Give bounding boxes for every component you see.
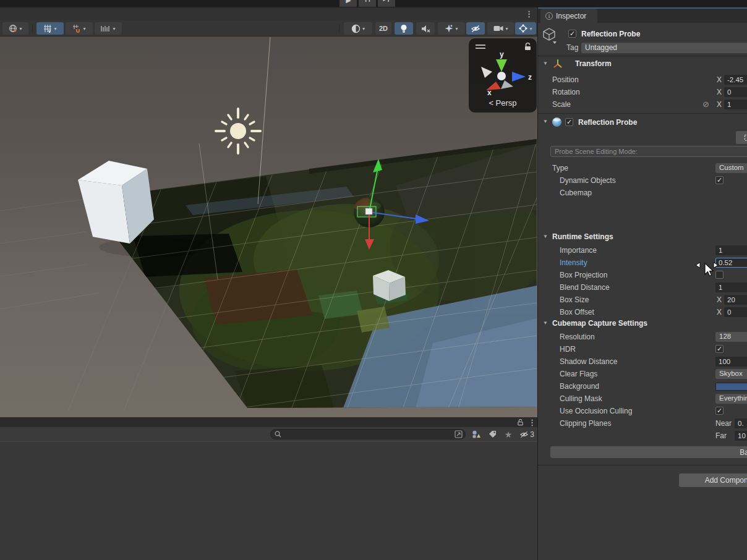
snap-increment-button[interactable]: ▾	[95, 22, 122, 35]
axis-y-cone[interactable]	[496, 59, 507, 72]
box-projection-label: Box Projection	[560, 271, 607, 279]
shadow-distance-field[interactable]: 100	[715, 357, 747, 367]
scene-orientation-gizmo[interactable]: y z x < Persp	[469, 38, 537, 112]
runtime-settings-title[interactable]: Runtime Settings	[552, 232, 613, 241]
2d-toggle-button[interactable]: 2D	[375, 22, 391, 35]
inspector-panel: i Inspector ✓ Reflection Probe Tag Untag…	[538, 7, 747, 560]
capture-settings-foldout[interactable]: ▼	[543, 320, 548, 326]
projection-mode-label[interactable]: < Persp	[469, 98, 537, 108]
scene-3d-render	[0, 7, 538, 417]
project-content-area[interactable]	[0, 441, 538, 560]
camera-settings-button[interactable]: ▾	[487, 22, 514, 35]
edit-bounds-icon	[744, 134, 747, 142]
filter-by-label-button[interactable]	[485, 429, 500, 439]
audio-mute-toggle[interactable]	[416, 22, 435, 35]
probe-enabled-checkbox[interactable]: ✓	[565, 118, 573, 126]
dynamic-objects-row: Dynamic Objects ✓	[538, 174, 747, 187]
tag-dropdown[interactable]: Untagged	[581, 43, 747, 53]
box-size-x-field[interactable]: 20	[724, 295, 747, 305]
axis-z-cone[interactable]	[512, 72, 526, 82]
chevron-down-icon: ▾	[362, 26, 365, 32]
filter-by-type-button[interactable]	[469, 429, 484, 439]
unlink-scale-icon[interactable]: ⊘	[702, 100, 709, 109]
scene-visibility-toggle[interactable]	[466, 22, 485, 35]
importance-field[interactable]: 1	[715, 245, 747, 255]
background-color-swatch[interactable]	[715, 383, 747, 391]
shaded-mode-icon	[351, 24, 361, 33]
hdr-checkbox[interactable]: ✓	[715, 345, 724, 353]
grid-axis-button[interactable]: y ▾	[36, 22, 64, 35]
gameobject-cube-icon[interactable]	[543, 28, 558, 44]
lock-open-icon[interactable]	[517, 419, 524, 426]
axis-gizmo[interactable]: y z x	[469, 49, 537, 95]
resolution-dropdown[interactable]: 128	[715, 332, 747, 342]
clear-flags-label: Clear Flags	[560, 370, 597, 378]
step-button[interactable]: ▶❙	[378, 0, 395, 7]
bake-button[interactable]: Bake	[550, 446, 747, 458]
chevron-down-icon: ▾	[505, 26, 508, 32]
clipping-planes-near-row: Clipping Planes Near 0.	[538, 417, 747, 430]
ruler-icon	[101, 25, 111, 33]
scale-x-field[interactable]: 1	[724, 100, 747, 109]
add-component-button[interactable]: Add Component	[679, 473, 747, 487]
transform-position-row: Position X -2.45	[538, 74, 747, 86]
blend-distance-field[interactable]: 1	[715, 282, 747, 292]
position-x-field[interactable]: -2.45	[724, 75, 747, 85]
gizmos-toggle-button[interactable]: ▾	[515, 22, 536, 35]
tool-handle-position-button[interactable]: ▾	[2, 22, 28, 35]
transform-icon	[553, 59, 563, 69]
panel-divider[interactable]	[537, 0, 538, 560]
edit-bounds-button[interactable]	[736, 131, 747, 144]
type-dropdown[interactable]: Custom	[715, 163, 747, 173]
draw-mode-button[interactable]: ▾	[344, 22, 372, 35]
mouse-cursor-slider	[695, 260, 719, 277]
capture-settings-title[interactable]: Cubemap Capture Settings	[552, 319, 647, 328]
effects-button[interactable]: ▾	[438, 22, 465, 35]
search-field[interactable]	[270, 429, 466, 439]
move-gizmo-center-handle	[365, 208, 372, 214]
project-menu-icon[interactable]: ⋮	[528, 418, 536, 426]
runtime-settings-foldout[interactable]: ▼	[543, 234, 548, 239]
far-field[interactable]: 10	[735, 431, 747, 441]
transform-foldout[interactable]: ▼	[543, 61, 548, 66]
axis-neg-cone[interactable]	[481, 67, 492, 78]
shadow-distance-row: Shadow Distance 100	[538, 355, 747, 368]
play-button[interactable]: ▶	[339, 0, 357, 7]
scene-view[interactable]: ⋮ ▾ y ▾ ▾ ▾ ▾	[0, 7, 538, 417]
2d-label: 2D	[379, 25, 388, 32]
gameobject-name[interactable]: Reflection Probe	[581, 30, 640, 38]
transform-scale-row: Scale ⊘ X 1	[538, 98, 747, 111]
culling-mask-dropdown[interactable]: Everything	[715, 394, 747, 404]
rotation-x-field[interactable]: 0	[724, 87, 747, 97]
scene-menu-icon[interactable]: ⋮	[525, 10, 533, 18]
svg-text:y: y	[48, 29, 51, 33]
near-field[interactable]: 0.	[735, 418, 747, 428]
search-input[interactable]	[281, 431, 455, 438]
far-label: Far	[715, 431, 727, 440]
tag-icon	[489, 430, 497, 438]
dynamic-objects-checkbox[interactable]: ✓	[715, 176, 724, 184]
clear-flags-dropdown[interactable]: Skybox	[715, 369, 747, 379]
intensity-field[interactable]: 0.52	[715, 258, 747, 268]
play-icon: ▶	[339, 0, 357, 4]
transform-title[interactable]: Transform	[575, 59, 612, 68]
use-occlusion-checkbox[interactable]: ✓	[715, 407, 724, 415]
gameobject-active-checkbox[interactable]: ✓	[568, 30, 576, 38]
axis-center[interactable]	[497, 72, 506, 80]
probe-foldout[interactable]: ▼	[543, 119, 548, 124]
hidden-count-button[interactable]: 3	[517, 429, 537, 439]
axis-neg-cone-2[interactable]	[501, 80, 513, 89]
pause-button[interactable]: ❙❙	[359, 0, 376, 7]
box-offset-x-field[interactable]: 0	[724, 307, 747, 317]
intensity-label: Intensity	[560, 258, 587, 267]
resolution-label: Resolution	[560, 333, 595, 341]
scene-lighting-toggle[interactable]	[395, 22, 413, 35]
axis-y-label: y	[500, 50, 504, 59]
eye-slash-icon	[519, 431, 529, 438]
probe-component-title[interactable]: Reflection Probe	[578, 118, 637, 127]
grid-snapping-button[interactable]: ▾	[66, 22, 93, 35]
pause-icon: ❙❙	[359, 0, 376, 2]
search-by-icon[interactable]	[455, 430, 463, 438]
tab-inspector[interactable]: i Inspector	[540, 9, 597, 23]
favorites-button[interactable]: ★	[501, 429, 516, 439]
